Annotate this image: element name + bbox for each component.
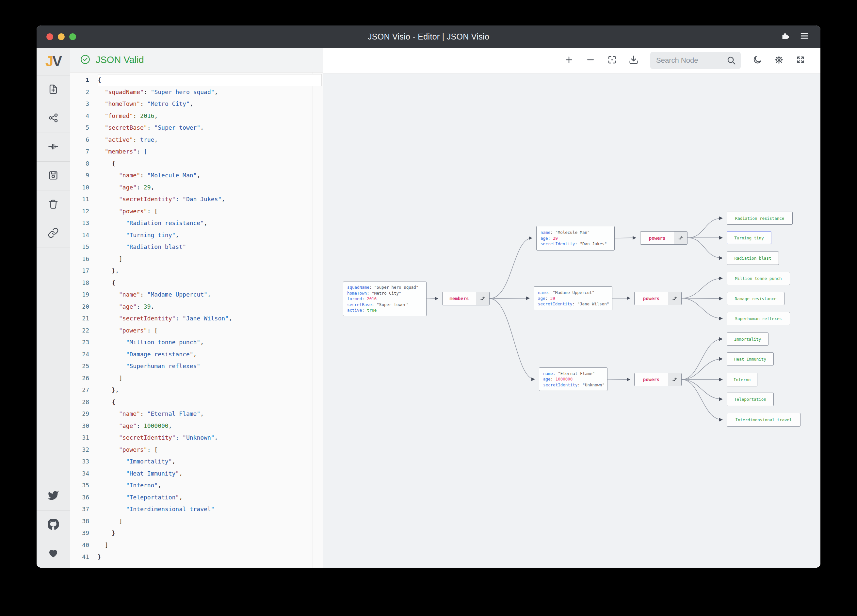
leaf-node[interactable]: Radiation resistance — [727, 212, 793, 225]
node-member-eternal-flame[interactable]: name: "Eternal Flame"age: 1000000secretI… — [539, 367, 608, 391]
leaf-node[interactable]: Heat Immunity — [727, 353, 774, 365]
code-line[interactable]: 38] — [70, 515, 323, 528]
line-content[interactable]: "Damage resistance", — [97, 348, 322, 361]
leaf-node[interactable]: Superhuman reflexes — [727, 312, 790, 325]
dark-mode-toggle[interactable] — [752, 55, 762, 66]
line-content[interactable]: "age": 29, — [97, 182, 322, 194]
code-line[interactable]: 34"Heat Immunity", — [70, 468, 323, 480]
line-content[interactable]: "age": 39, — [97, 301, 322, 313]
leaf-node[interactable]: Immortality — [727, 333, 769, 345]
zoom-out-button[interactable] — [586, 55, 596, 66]
delete-button[interactable] — [37, 190, 70, 219]
line-content[interactable]: ] — [97, 253, 322, 265]
line-content[interactable]: "formed": 2016, — [97, 110, 322, 122]
leaf-node[interactable]: Inferno — [727, 373, 757, 386]
download-image-button[interactable] — [629, 55, 639, 66]
code-line[interactable]: 41} — [70, 551, 323, 563]
code-line[interactable]: 29"name": "Eternal Flame", — [70, 408, 323, 420]
minimize-window-button[interactable] — [58, 33, 65, 40]
share-link-button[interactable] — [37, 219, 70, 248]
twitter-link[interactable] — [37, 482, 70, 511]
code-line[interactable]: 15"Radiation blast" — [70, 241, 323, 253]
code-line[interactable]: 7"members": [ — [70, 145, 323, 158]
collapse-members-button[interactable] — [476, 292, 489, 305]
line-content[interactable]: "age": 1000000, — [97, 420, 322, 432]
code-line[interactable]: 24"Damage resistance", — [70, 348, 323, 361]
line-content[interactable]: "active": true, — [97, 134, 322, 146]
code-line[interactable]: 19"name": "Madame Uppercut", — [70, 289, 323, 301]
fullscreen-button[interactable] — [796, 55, 805, 66]
node-root-object[interactable]: squadName: "Super hero squad"homeTown: "… — [343, 282, 427, 316]
line-content[interactable]: "name": "Eternal Flame", — [97, 408, 322, 420]
code-line[interactable]: 11"secretIdentity": "Dan Jukes", — [70, 193, 323, 206]
line-content[interactable]: { — [97, 74, 322, 86]
zoom-in-button[interactable] — [564, 55, 574, 66]
code-line[interactable]: 36"Teleportation", — [70, 492, 323, 504]
save-button[interactable] — [37, 162, 70, 190]
line-content[interactable]: }, — [97, 265, 322, 277]
collapse-powers-3-button[interactable] — [668, 373, 681, 386]
focus-view-button[interactable] — [607, 55, 617, 66]
node-members-array[interactable]: members — [442, 292, 490, 305]
extension-icon[interactable] — [780, 31, 790, 42]
node-member-madame-uppercut[interactable]: name: "Madame Uppercut"age: 39secretIden… — [534, 286, 613, 310]
line-content[interactable]: "Heat Immunity", — [97, 468, 322, 480]
code-line[interactable]: 6"active": true, — [70, 134, 323, 146]
maximize-window-button[interactable] — [69, 33, 76, 40]
share-button[interactable] — [37, 104, 70, 133]
code-line[interactable]: 17}, — [70, 265, 323, 277]
close-window-button[interactable] — [46, 33, 53, 40]
leaf-node-selected[interactable]: Turning tiny — [727, 231, 772, 244]
line-content[interactable]: "squadName": "Super hero squad", — [97, 86, 322, 98]
code-line[interactable]: 9"name": "Molecule Man", — [70, 170, 323, 182]
code-line[interactable]: 8{ — [70, 158, 323, 170]
line-content[interactable]: "Radiation blast" — [97, 241, 322, 253]
code-line[interactable]: 16] — [70, 253, 323, 265]
line-content[interactable]: }, — [97, 384, 322, 396]
new-file-button[interactable] — [37, 76, 70, 104]
leaf-node[interactable]: Radiation blast — [727, 251, 779, 265]
app-logo[interactable]: JV — [37, 48, 70, 76]
line-content[interactable]: } — [97, 527, 322, 539]
leaf-node[interactable]: Damage resistance — [727, 292, 784, 305]
search-icon[interactable] — [726, 56, 736, 67]
line-content[interactable]: "powers": [ — [97, 325, 322, 337]
code-line[interactable]: 35"Inferno", — [70, 480, 323, 492]
line-content[interactable]: "Teleportation", — [97, 492, 322, 504]
code-line[interactable]: 30"age": 1000000, — [70, 420, 323, 432]
code-line[interactable]: 1{ — [70, 74, 323, 86]
line-content[interactable]: "Million tonne punch", — [97, 336, 322, 348]
code-line[interactable]: 18{ — [70, 277, 323, 289]
line-content[interactable]: "secretIdentity": "Jane Wilson", — [97, 313, 322, 325]
code-line[interactable]: 37"Interdimensional travel" — [70, 503, 323, 515]
leaf-node[interactable]: Interdimensional travel — [727, 413, 800, 427]
line-content[interactable]: "Inferno", — [97, 480, 322, 492]
collapse-powers-2-button[interactable] — [668, 292, 681, 305]
code-line[interactable]: 25"Superhuman reflexes" — [70, 360, 323, 372]
line-content[interactable]: "name": "Madame Uppercut", — [97, 289, 322, 301]
line-content[interactable]: ] — [97, 515, 322, 528]
code-editor[interactable]: 1{2"squadName": "Super hero squad",3"hom… — [70, 73, 323, 568]
code-line[interactable]: 5"secretBase": "Super tower", — [70, 122, 323, 134]
node-member-molecule-man[interactable]: name: "Molecule Man"age: 29secretIdentit… — [536, 226, 615, 251]
menu-icon[interactable] — [800, 31, 809, 42]
code-line[interactable]: 26] — [70, 372, 323, 384]
code-line[interactable]: 33"Immortality", — [70, 456, 323, 468]
line-content[interactable]: "Turning tiny", — [97, 229, 322, 241]
line-content[interactable]: { — [97, 277, 322, 289]
code-line[interactable]: 28{ — [70, 396, 323, 408]
code-line[interactable]: 21"secretIdentity": "Jane Wilson", — [70, 313, 323, 325]
line-content[interactable]: "secretIdentity": "Dan Jukes", — [97, 193, 322, 206]
node-powers-array-2[interactable]: powers — [634, 292, 682, 305]
leaf-node[interactable]: Million tonne punch — [727, 272, 790, 285]
code-line[interactable]: 14"Turning tiny", — [70, 229, 323, 241]
node-powers-array-1[interactable]: powers — [640, 231, 687, 245]
line-content[interactable]: "secretBase": "Super tower", — [97, 122, 322, 134]
code-line[interactable]: 40] — [70, 539, 323, 551]
line-content[interactable]: } — [97, 551, 322, 563]
line-content[interactable]: { — [97, 158, 322, 170]
line-content[interactable]: { — [97, 396, 322, 408]
line-content[interactable]: "Immortality", — [97, 456, 322, 468]
line-content[interactable]: "members": [ — [97, 145, 322, 158]
node-powers-array-3[interactable]: powers — [634, 373, 682, 386]
